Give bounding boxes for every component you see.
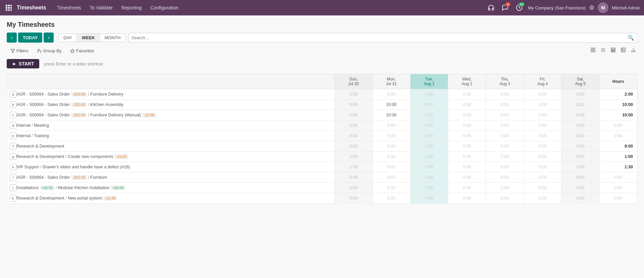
chat-icon[interactable]: 4: [500, 2, 511, 13]
nav-to-validate[interactable]: To Validate: [86, 4, 117, 12]
settings-icon[interactable]: ⚙: [589, 4, 594, 11]
month-tab[interactable]: MONTH: [100, 34, 125, 42]
cell-f-sun[interactable]: 8:00: [335, 141, 373, 152]
cell-i-sat[interactable]: 0:00: [561, 172, 599, 183]
task-cell-g[interactable]: gResearch & Development / Create new com…: [7, 152, 335, 162]
cell-f-wed[interactable]: 0:00: [448, 141, 486, 152]
cell-g-tue[interactable]: 0:00: [410, 152, 448, 162]
table-row[interactable]: dInternal / Meeting0:000:000:000:000:000…: [7, 120, 637, 131]
table-row[interactable]: hVIP Support / Drawer's slides and handl…: [7, 162, 637, 172]
search-input[interactable]: [131, 35, 628, 40]
cell-d-wed[interactable]: 0:00: [448, 120, 486, 131]
favorites-btn[interactable]: Favorites: [66, 47, 98, 55]
cell-k-sat[interactable]: 0:00: [561, 193, 599, 204]
cell-f-thu[interactable]: 0:00: [486, 141, 524, 152]
task-cell-a[interactable]: aAGR - S00064 - Sales Order -202:00 / Fu…: [7, 89, 335, 100]
cell-g-mon[interactable]: 0:00: [372, 152, 410, 162]
prev-btn[interactable]: ‹: [7, 33, 17, 43]
cell-b-thu[interactable]: 0:00: [486, 100, 524, 110]
table-row[interactable]: iAGR - S00064 - Sales Order -202:00 / Fu…: [7, 172, 637, 183]
cell-c-thu[interactable]: 0:00: [486, 110, 524, 120]
table-row[interactable]: eInternal / Training0:000:000:000:000:00…: [7, 131, 637, 141]
cell-e-wed[interactable]: 0:00: [448, 131, 486, 141]
cell-g-wed[interactable]: 0:00: [448, 152, 486, 162]
cell-g-fri[interactable]: 0:00: [524, 152, 561, 162]
cell-i-mon[interactable]: 0:00: [372, 172, 410, 183]
cell-k-fri[interactable]: 0:00: [524, 193, 561, 204]
cell-c-wed[interactable]: 0:00: [448, 110, 486, 120]
cell-j-tue[interactable]: 0:00: [410, 183, 448, 193]
cell-i-tue[interactable]: 0:00: [410, 172, 448, 183]
next-btn[interactable]: ›: [44, 33, 54, 43]
cell-b-sun[interactable]: 0:00: [335, 100, 373, 110]
cell-c-tue[interactable]: 0:00: [410, 110, 448, 120]
cell-k-tue[interactable]: 0:00: [410, 193, 448, 204]
cell-e-sat[interactable]: 0:00: [561, 131, 599, 141]
nav-timesheets[interactable]: Timesheets: [53, 4, 85, 12]
cell-h-fri[interactable]: 0:00: [524, 162, 561, 172]
table-view-btn[interactable]: [619, 46, 627, 56]
task-cell-b[interactable]: bAGR - S00064 - Sales Order -202:00 / Ki…: [7, 100, 335, 110]
cell-c-fri[interactable]: 0:00: [524, 110, 561, 120]
table-row[interactable]: jInstallations +06:00 / Modular Kitchen …: [7, 183, 637, 193]
cell-h-sat[interactable]: 0:00: [561, 162, 599, 172]
cell-h-thu[interactable]: 0:00: [486, 162, 524, 172]
cell-h-wed[interactable]: 0:00: [448, 162, 486, 172]
cell-d-mon[interactable]: 0:00: [372, 120, 410, 131]
today-btn[interactable]: TODAY: [18, 33, 42, 43]
cell-d-tue[interactable]: 0:00: [410, 120, 448, 131]
cell-a-thu[interactable]: 0:00: [486, 89, 524, 100]
day-tab[interactable]: DAY: [59, 34, 77, 42]
cell-j-fri[interactable]: 0:00: [524, 183, 561, 193]
cell-k-sun[interactable]: 0:00: [335, 193, 373, 204]
chart-view-btn[interactable]: [629, 46, 637, 56]
cell-i-fri[interactable]: 0:00: [524, 172, 561, 183]
filters-btn[interactable]: Filters: [7, 47, 32, 55]
cell-a-tue[interactable]: 0:00: [410, 89, 448, 100]
cell-f-sat[interactable]: 0:00: [561, 141, 599, 152]
cell-j-thu[interactable]: 0:00: [486, 183, 524, 193]
cell-c-mon[interactable]: 10:00: [372, 110, 410, 120]
week-tab[interactable]: WEEK: [77, 34, 100, 42]
cell-d-thu[interactable]: 0:00: [486, 120, 524, 131]
task-cell-j[interactable]: jInstallations +06:00 / Modular Kitchen …: [7, 183, 335, 193]
cell-h-mon[interactable]: 0:00: [372, 162, 410, 172]
task-cell-i[interactable]: iAGR - S00064 - Sales Order -202:00 / Fu…: [7, 172, 335, 183]
cell-a-mon[interactable]: 0:00: [372, 89, 410, 100]
cell-i-wed[interactable]: 0:00: [448, 172, 486, 183]
table-row[interactable]: gResearch & Development / Create new com…: [7, 152, 637, 162]
kanban-view-btn[interactable]: [589, 46, 597, 56]
cell-j-sun[interactable]: 0:00: [335, 183, 373, 193]
clock-icon[interactable]: 37: [514, 2, 525, 13]
cell-b-mon[interactable]: 10:00: [372, 100, 410, 110]
cell-e-fri[interactable]: 0:00: [524, 131, 561, 141]
cell-c-sun[interactable]: 0:00: [335, 110, 373, 120]
nav-reporting[interactable]: Reporting: [117, 4, 146, 12]
cell-g-sun[interactable]: 1:00: [335, 152, 373, 162]
cell-j-mon[interactable]: 0:00: [372, 183, 410, 193]
task-cell-d[interactable]: dInternal / Meeting: [7, 120, 335, 131]
task-cell-c[interactable]: cAGR - S00064 - Sales Order -202:00 / Fu…: [7, 110, 335, 120]
cell-b-tue[interactable]: 0:00: [410, 100, 448, 110]
cell-a-sun[interactable]: 2:00: [335, 89, 373, 100]
list-view-btn[interactable]: [599, 46, 607, 56]
cell-e-sun[interactable]: 0:00: [335, 131, 373, 141]
task-cell-f[interactable]: fResearch & Development: [7, 141, 335, 152]
avatar[interactable]: M: [598, 2, 608, 13]
headset-icon[interactable]: [486, 2, 496, 13]
cell-e-tue[interactable]: 0:00: [410, 131, 448, 141]
cell-e-mon[interactable]: 0:00: [372, 131, 410, 141]
cell-j-wed[interactable]: 0:00: [448, 183, 486, 193]
nav-configuration[interactable]: Configuration: [147, 4, 182, 12]
cell-i-thu[interactable]: 0:00: [486, 172, 524, 183]
cell-b-fri[interactable]: 0:00: [524, 100, 561, 110]
start-button[interactable]: ► START: [7, 59, 39, 68]
cell-d-fri[interactable]: 0:00: [524, 120, 561, 131]
table-row[interactable]: aAGR - S00064 - Sales Order -202:00 / Fu…: [7, 89, 637, 100]
cell-h-sun[interactable]: 1:30: [335, 162, 373, 172]
cell-f-fri[interactable]: 0:00: [524, 141, 561, 152]
cell-c-sat[interactable]: 0:00: [561, 110, 599, 120]
cell-b-wed[interactable]: 0:00: [448, 100, 486, 110]
cell-i-sun[interactable]: 0:00: [335, 172, 373, 183]
app-menu-icon[interactable]: [4, 3, 13, 12]
